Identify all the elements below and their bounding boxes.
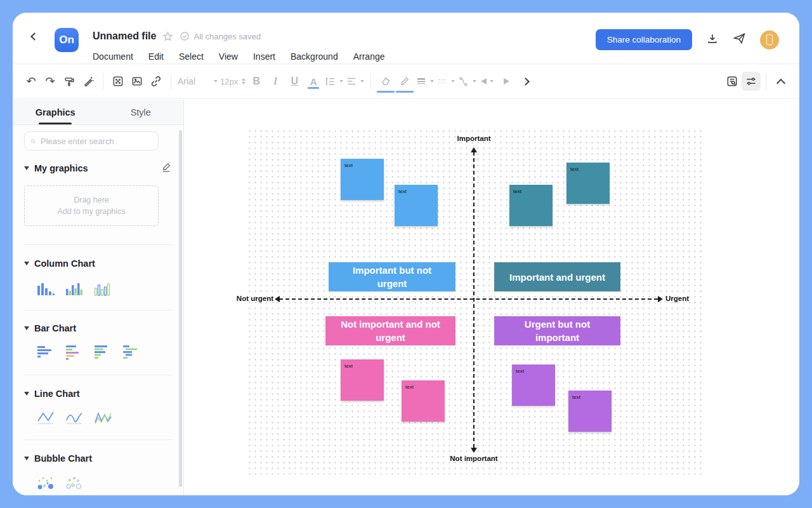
line-chart-header[interactable]: Line Chart: [24, 389, 172, 399]
chevron-down-icon: [214, 80, 218, 83]
underline-button[interactable]: U: [285, 72, 304, 91]
triangle-down-icon: [24, 262, 29, 265]
search-input[interactable]: [41, 137, 152, 146]
graphics-sidebar: Graphics Style My graphics Drag here Add…: [13, 100, 184, 495]
my-graphics-header[interactable]: My graphics: [24, 163, 172, 173]
sticky-note[interactable]: text: [566, 163, 610, 204]
axis-arrow-down: [471, 448, 477, 453]
bar-chart-header[interactable]: Bar Chart: [24, 323, 172, 333]
chevron-down-icon: [360, 80, 364, 83]
menu-arrange[interactable]: Arrange: [353, 51, 385, 62]
align-button[interactable]: [344, 72, 365, 91]
column-chart-thumb-3[interactable]: [93, 280, 113, 298]
column-chart-icon: [36, 281, 55, 297]
sticky-note[interactable]: text: [341, 359, 384, 401]
connector-button[interactable]: [456, 72, 478, 91]
insert-link-icon[interactable]: [147, 72, 166, 91]
chevron-down-icon: [430, 80, 434, 83]
sticky-note[interactable]: text: [568, 391, 612, 432]
insert-table-icon[interactable]: [108, 72, 128, 91]
menu-document[interactable]: Document: [93, 51, 133, 62]
menu-background[interactable]: Background: [291, 51, 338, 62]
italic-button[interactable]: I: [266, 72, 285, 91]
sticky-note[interactable]: text: [512, 364, 555, 406]
send-plane-icon[interactable]: [733, 32, 746, 48]
border-color-button[interactable]: [395, 72, 414, 91]
avatar-glyph: [766, 34, 773, 45]
search-box[interactable]: [24, 131, 159, 150]
line-style-button[interactable]: [435, 72, 456, 91]
sticky-note[interactable]: text: [395, 185, 438, 226]
app-logo[interactable]: On: [55, 28, 79, 52]
bubble-chart-thumb-2[interactable]: [64, 474, 84, 492]
quadrant-label-important-not-urgent[interactable]: Important but not urgent: [329, 262, 455, 291]
sticky-note[interactable]: text: [341, 159, 384, 200]
canvas[interactable]: Important Not important Not urgent Urgen…: [184, 100, 799, 495]
edit-pencil-icon[interactable]: [160, 162, 172, 176]
sidebar-scrollbar[interactable]: [179, 130, 182, 487]
bar-chart-thumb-3[interactable]: [93, 344, 113, 361]
menu-insert[interactable]: Insert: [253, 51, 275, 62]
menu-edit[interactable]: Edit: [148, 51, 164, 62]
doc-search-button[interactable]: [723, 72, 742, 91]
column-chart-thumb-1[interactable]: [36, 280, 56, 298]
bar-chart-thumb-2[interactable]: [64, 344, 84, 361]
axis-arrow-up: [471, 147, 477, 152]
tab-graphics[interactable]: Graphics: [13, 100, 98, 124]
chevron-down-icon: [339, 80, 343, 83]
chevron-right-icon: [521, 77, 530, 86]
tab-style[interactable]: Style: [98, 100, 184, 124]
horizontal-axis: [279, 298, 658, 300]
share-collaboration-button[interactable]: Share collaboration: [596, 29, 692, 50]
fill-color-button[interactable]: [376, 72, 395, 91]
axis-label-not-urgent: Not urgent: [237, 295, 273, 302]
dot-grid-board[interactable]: Important Not important Not urgent Urgen…: [247, 128, 702, 474]
column-chart-thumb-2[interactable]: [64, 280, 84, 298]
undo-icon[interactable]: ↶: [22, 72, 41, 91]
line-chart-thumb-3[interactable]: [93, 409, 113, 427]
line-chart-thumb-2[interactable]: [64, 409, 84, 427]
redo-icon[interactable]: ↷: [41, 72, 60, 91]
line-height-button[interactable]: [323, 72, 344, 91]
download-icon[interactable]: [706, 32, 719, 48]
back-chevron-icon[interactable]: [30, 32, 39, 41]
menu-select[interactable]: Select: [179, 51, 204, 62]
collapse-toolbar-button[interactable]: [771, 72, 790, 91]
quadrant-label-urgent-not-important[interactable]: Urgent but not important: [494, 316, 620, 345]
triangle-down-icon: [24, 326, 29, 330]
line-chart-thumb-1[interactable]: [36, 409, 56, 427]
sticky-note[interactable]: text: [509, 185, 553, 226]
line-chart-icon: [65, 410, 84, 426]
star-icon[interactable]: [162, 31, 173, 42]
chevron-down-icon: [490, 80, 494, 83]
saved-status: All changes saved: [180, 31, 261, 41]
settings-sliders-button[interactable]: [742, 72, 761, 91]
magic-wand-icon[interactable]: [79, 72, 98, 91]
quadrant-label-not-important-not-urgent[interactable]: Not important and not urgent: [325, 316, 455, 345]
bar-chart-thumb-1[interactable]: [36, 344, 56, 361]
toolbar: ↶ ↷ Arial 12px B I U A: [13, 64, 799, 99]
triangle-down-icon: [24, 392, 29, 396]
sticky-note[interactable]: text: [402, 380, 445, 422]
arrow-end-button[interactable]: [497, 72, 516, 91]
app-window: On Unnamed file All changes saved Docume…: [13, 13, 799, 495]
bubble-chart-thumb-1[interactable]: [36, 474, 56, 492]
arrow-start-button[interactable]: [478, 72, 497, 91]
expand-toolbar-button[interactable]: [516, 72, 535, 91]
bar-chart-thumb-4[interactable]: [121, 344, 141, 361]
arrow-right-icon: [504, 78, 509, 84]
bold-button[interactable]: B: [247, 72, 266, 91]
column-chart-header[interactable]: Column Chart: [24, 258, 172, 269]
my-graphics-dropzone[interactable]: Drag here Add to my graphics: [24, 185, 159, 226]
bubble-chart-header[interactable]: Bubble Chart: [24, 453, 172, 464]
file-title[interactable]: Unnamed file: [93, 30, 156, 42]
font-family-select[interactable]: Arial: [176, 72, 219, 91]
line-width-button[interactable]: [414, 72, 435, 91]
format-painter-icon[interactable]: [60, 72, 79, 91]
font-color-button[interactable]: A: [304, 72, 323, 91]
menu-view[interactable]: View: [219, 51, 238, 62]
quadrant-label-important-urgent[interactable]: Important and urgent: [494, 262, 620, 291]
avatar[interactable]: [760, 30, 779, 50]
insert-image-icon[interactable]: [128, 72, 147, 91]
font-size-stepper[interactable]: 12px: [219, 72, 247, 91]
